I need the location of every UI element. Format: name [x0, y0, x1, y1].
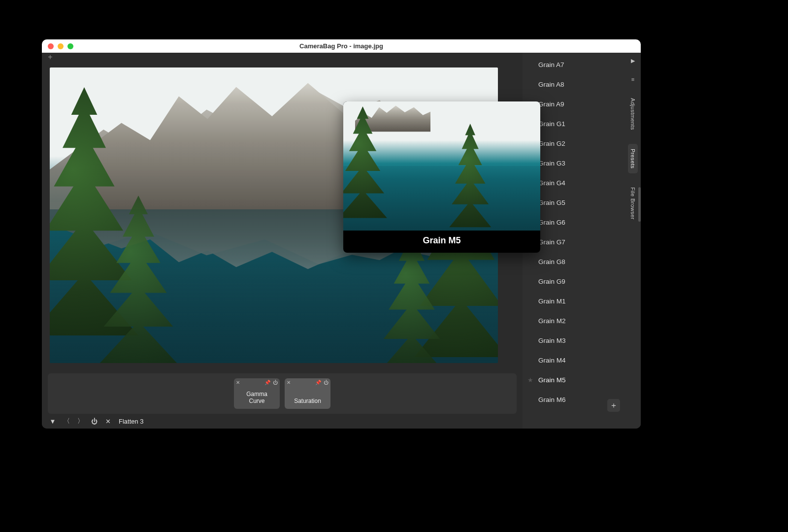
- window-minimize-button[interactable]: [58, 43, 64, 49]
- window-title: CameraBag Pro - image.jpg: [42, 42, 641, 50]
- adjustment-tile-label: GammaCurve: [246, 391, 267, 405]
- preset-item-label: Grain A8: [538, 81, 564, 88]
- footer-bar: ▼ 〈 〉 ⏻ ✕ Flatten 3: [42, 414, 523, 429]
- footer-label: Flatten 3: [119, 418, 144, 425]
- preset-item-label: Grain M6: [538, 396, 566, 403]
- preset-item-label: Grain G8: [538, 258, 565, 266]
- prev-icon[interactable]: 〈: [63, 417, 70, 426]
- preset-item[interactable]: Grain M3: [523, 331, 625, 350]
- menu-icon[interactable]: ≡: [628, 74, 638, 84]
- preset-item-label: Grain G2: [538, 140, 565, 147]
- rail-tab-file-browser[interactable]: File Browser: [628, 182, 638, 225]
- play-icon[interactable]: ▶: [628, 56, 638, 66]
- preset-item-label: Grain G7: [538, 238, 565, 246]
- preset-item[interactable]: Grain M2: [523, 311, 625, 331]
- preset-item[interactable]: Grain G9: [523, 271, 625, 291]
- adjustment-tile-gamma-curve[interactable]: ✕ 📌 ⏻ GammaCurve: [234, 378, 280, 409]
- preset-item-label: Grain M3: [538, 337, 566, 344]
- preset-item-label: Grain G6: [538, 219, 565, 226]
- adjustment-tile-label: Saturation: [294, 398, 321, 405]
- adjustments-tray: ✕ 📌 ⏻ GammaCurve ✕ 📌: [48, 373, 517, 414]
- preset-item-label: Grain A9: [538, 100, 564, 108]
- new-tab-button[interactable]: +: [46, 54, 55, 63]
- preset-item[interactable]: Grain A8: [523, 74, 625, 94]
- pin-icon[interactable]: 📌: [264, 380, 270, 385]
- preset-item-label: Grain M1: [538, 298, 566, 305]
- preset-item-label: Grain G4: [538, 179, 565, 187]
- preset-item[interactable]: Grain M4: [523, 350, 625, 370]
- pin-icon[interactable]: 📌: [315, 380, 321, 385]
- preset-item-label: Grain M4: [538, 357, 566, 364]
- preset-item-label: Grain M5: [538, 376, 566, 384]
- preset-item-label: Grain G9: [538, 278, 565, 285]
- power-icon[interactable]: ⏻: [324, 380, 328, 385]
- preset-item[interactable]: Grain G8: [523, 252, 625, 271]
- window-close-button[interactable]: [48, 43, 54, 49]
- preset-item-label: Grain G1: [538, 120, 565, 128]
- document-tabstrip: +: [42, 53, 523, 64]
- preset-item-label: Grain A7: [538, 61, 564, 68]
- adjustment-tile-saturation[interactable]: ✕ 📌 ⏻ Saturation: [285, 378, 330, 409]
- add-preset-button[interactable]: ＋: [607, 399, 620, 412]
- titlebar: CameraBag Pro - image.jpg: [42, 39, 641, 53]
- preset-preview-image: [343, 101, 540, 231]
- close-icon[interactable]: ✕: [104, 418, 112, 425]
- side-rail: ▶ ≡ Adjustments Presets File Browser: [625, 53, 641, 429]
- rail-scroll-indicator: [638, 187, 641, 222]
- preset-item-label: Grain M2: [538, 317, 566, 325]
- preset-item[interactable]: Grain A7: [523, 55, 625, 74]
- rail-tab-presets[interactable]: Presets: [628, 144, 638, 173]
- dropdown-icon[interactable]: ▼: [49, 418, 57, 425]
- preset-item[interactable]: Grain M1: [523, 291, 625, 311]
- preset-preview-title: Grain M5: [343, 231, 540, 252]
- preset-item-label: Grain G5: [538, 199, 565, 206]
- tile-close-icon[interactable]: ✕: [236, 380, 240, 385]
- next-icon[interactable]: 〉: [76, 417, 84, 426]
- app-window: CameraBag Pro - image.jpg +: [42, 39, 641, 429]
- power-icon[interactable]: ⏻: [273, 380, 278, 385]
- preset-item-label: Grain G3: [538, 160, 565, 167]
- power-icon[interactable]: ⏻: [90, 418, 98, 425]
- rail-tab-adjustments[interactable]: Adjustments: [628, 93, 638, 135]
- preset-item[interactable]: Grain M5: [523, 370, 625, 390]
- tile-close-icon[interactable]: ✕: [287, 380, 291, 385]
- window-zoom-button[interactable]: [67, 43, 73, 49]
- editor-area: +: [42, 53, 523, 429]
- window-controls: [48, 43, 73, 49]
- preset-preview-popover: Grain M5: [343, 101, 540, 253]
